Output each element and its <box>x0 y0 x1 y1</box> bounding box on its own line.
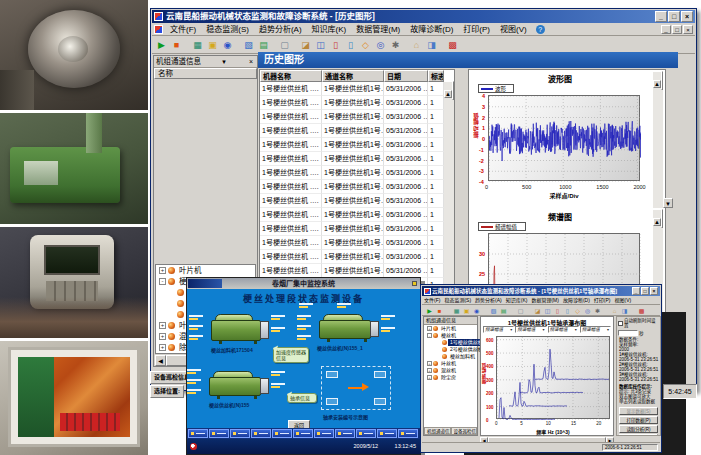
toolbar-icon[interactable]: ■ <box>170 38 183 51</box>
taskbar-item[interactable] <box>230 429 250 438</box>
toolbar-icon[interactable]: ▦ <box>191 38 204 51</box>
tree-panel-header[interactable]: 机组通道信息 ▾ × <box>154 56 257 68</box>
tree-item[interactable]: + 混丝机 <box>424 367 477 374</box>
tree-expand-icon[interactable]: + <box>159 344 166 351</box>
toolbar-icon[interactable]: ◎ <box>374 38 387 51</box>
toolbar-icon[interactable]: ▤ <box>257 38 270 51</box>
menu-item[interactable]: 文件(F) <box>165 23 201 36</box>
help-icon[interactable]: ? <box>536 25 545 34</box>
auto-refresh-checkbox[interactable] <box>618 321 623 326</box>
tree-expand-icon[interactable]: + <box>427 368 432 373</box>
tree-expand-icon[interactable]: - <box>427 333 432 338</box>
toolbar-icon[interactable]: ◇ <box>573 306 582 315</box>
menu-item[interactable]: 数据管理(M) <box>351 23 405 36</box>
menu-item[interactable]: 打印(P) <box>458 23 495 36</box>
toolbar-icon[interactable]: ◎ <box>583 306 592 315</box>
tree-item[interactable]: 梗丝加料机 <box>424 353 477 360</box>
panel-button[interactable]: 关闭(C) <box>619 434 658 436</box>
toolbar-icon[interactable]: ◉ <box>221 38 234 51</box>
machine-graphic-supply-2[interactable] <box>209 371 269 399</box>
toolbar-icon[interactable]: ⌂ <box>410 38 423 51</box>
toolbar-icon[interactable]: ▣ <box>206 38 219 51</box>
tree-expand-icon[interactable] <box>168 289 175 296</box>
table-row[interactable]: 1号梗丝供丝机 …. 1号梗丝供丝机1号… 05/31/2006 … 1 <box>260 236 454 250</box>
toolbar-icon[interactable]: ▢ <box>516 306 525 315</box>
machine-graphic-feeder[interactable] <box>211 314 269 344</box>
scroll-thumb[interactable] <box>661 71 663 90</box>
taskbar-item[interactable] <box>188 429 208 438</box>
scroll-thumb[interactable] <box>452 81 454 100</box>
toolbar-icon[interactable]: ◉ <box>472 306 481 315</box>
refresh-seconds-input[interactable] <box>618 330 638 336</box>
toolbar-icon[interactable]: ✱ <box>593 306 602 315</box>
machine-graphic-supply-1[interactable] <box>319 314 379 342</box>
tree-item[interactable]: + 叶片机 <box>424 325 477 332</box>
tree-expand-icon[interactable] <box>436 354 441 359</box>
tree-expand-icon[interactable]: - <box>159 278 166 285</box>
table-row[interactable]: 1号梗丝供丝机 …. 1号梗丝供丝机1号… 05/31/2006 … 1 <box>260 124 454 138</box>
tree-expand-icon[interactable]: + <box>159 322 166 329</box>
tree-expand-icon[interactable] <box>168 311 175 318</box>
table-row[interactable]: 1号梗丝供丝机 …. 1号梗丝供丝机1号… 05/31/2006 … 1 <box>260 82 454 96</box>
toolbar-icon[interactable]: ◫ <box>543 306 552 315</box>
taskbar-item[interactable] <box>251 429 271 438</box>
tree-expand-icon[interactable]: + <box>427 375 432 380</box>
analysis-titlebar[interactable]: 云南昆船振动机械状态监测和故障诊断系统 - [1号梗丝供丝机1号轴承瀑布图] _… <box>422 286 660 296</box>
toolbar-icon[interactable]: ⌂ <box>610 306 619 315</box>
tree-expand-icon[interactable]: + <box>427 361 432 366</box>
menu-item[interactable]: 文件(F) <box>422 296 442 305</box>
tree-expand-icon[interactable] <box>436 347 441 352</box>
toolbar-icon[interactable]: ◇ <box>359 38 372 51</box>
tree-expand-icon[interactable]: + <box>159 333 166 340</box>
tree-expand-icon[interactable] <box>436 340 441 345</box>
toolbar-icon[interactable]: ▣ <box>462 306 471 315</box>
menu-item[interactable]: 打印(P) <box>592 296 613 305</box>
dock-tab[interactable]: 设备巡检信息 <box>451 427 478 435</box>
column-header-date[interactable]: 日期 <box>384 70 428 82</box>
toolbar-icon[interactable]: ▯ <box>329 38 342 51</box>
menu-item[interactable]: 知识库(K) <box>504 296 530 305</box>
toolbar-icon[interactable]: ▦ <box>452 306 461 315</box>
scroll-up-icon[interactable]: ▲ <box>653 80 661 88</box>
toolbar-icon[interactable]: ▯ <box>344 38 357 51</box>
scroll-down-icon[interactable]: ▼ <box>663 198 673 208</box>
table-row[interactable]: 1号梗丝供丝机 …. 1号梗丝供丝机1号… 05/31/2006 … 1 <box>260 208 454 222</box>
menu-item[interactable]: 故障诊断(D) <box>561 296 592 305</box>
toolbar-icon[interactable]: ▯ <box>563 306 572 315</box>
peek-inspection-info[interactable]: 设备巡检信息 <box>150 371 188 384</box>
panel-button[interactable]: 显示数据(S) <box>619 407 658 415</box>
window-control-button[interactable]: _ <box>655 11 667 22</box>
toolbar-icon[interactable]: ◨ <box>425 38 438 51</box>
taskbar-item[interactable] <box>314 429 334 438</box>
pin-icon[interactable]: ▾ <box>220 56 228 67</box>
toolbar-icon[interactable]: ✱ <box>389 38 402 51</box>
window-control-button[interactable]: □ <box>668 11 680 22</box>
window-control-button[interactable]: × <box>681 11 693 22</box>
table-row[interactable]: 1号梗丝供丝机 …. 1号梗丝供丝机1号… 05/31/2006 … 1 <box>260 166 454 180</box>
spectrum-amplitude-select[interactable]: 频谱幅值▾ <box>515 326 546 333</box>
tree-item[interactable]: + 叶丝机 <box>424 360 477 367</box>
table-row[interactable]: 1号梗丝供丝机 …. 1号梗丝供丝机1号… 05/31/2006 … 1 <box>260 194 454 208</box>
tree-item[interactable]: + 叶片机 <box>156 265 255 276</box>
tree-item[interactable]: 2号梗丝供丝机 <box>424 346 477 353</box>
tree-column-header[interactable]: 名称 <box>154 68 257 79</box>
panel-button[interactable]: 打印数据(P) <box>619 416 658 424</box>
toolbar-icon[interactable]: ▢ <box>278 38 291 51</box>
tree-expand-icon[interactable] <box>168 300 175 307</box>
tree-item[interactable]: - 梗丝机 <box>424 332 477 339</box>
scroll-up-icon[interactable]: ▲ <box>444 90 452 98</box>
spectrum-amplitude-select[interactable]: 频谱幅值▾ <box>483 326 514 333</box>
taskbar-item[interactable] <box>398 429 418 438</box>
mdi-control-button[interactable]: _ <box>661 25 671 34</box>
window-control-button[interactable]: □ <box>641 287 649 295</box>
toolbar-icon[interactable]: ■ <box>435 306 444 315</box>
panel-button[interactable]: 读取分析(R) <box>619 425 658 433</box>
toolbar-icon[interactable]: ▩ <box>637 306 646 315</box>
toolbar-icon[interactable]: ◪ <box>299 38 312 51</box>
toolbar-icon[interactable]: ◨ <box>620 306 629 315</box>
column-header-flag[interactable]: 标志 <box>428 70 444 82</box>
table-row[interactable]: 1号梗丝供丝机 …. 1号梗丝供丝机1号… 05/31/2006 … 1 <box>260 96 454 110</box>
toolbar-icon[interactable]: ▤ <box>499 306 508 315</box>
taskbar-item[interactable] <box>377 429 397 438</box>
menu-item[interactable]: 数据管理(M) <box>529 296 561 305</box>
